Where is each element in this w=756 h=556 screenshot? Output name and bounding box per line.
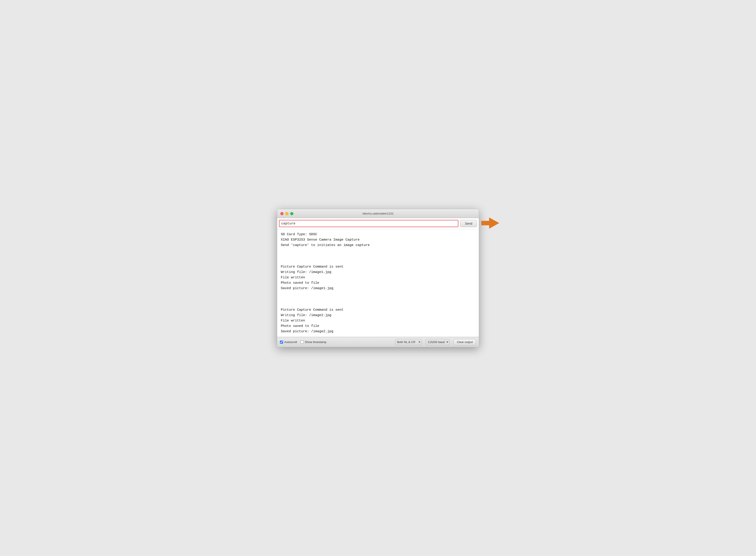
command-input[interactable] [279, 220, 458, 227]
output-line: SD Card Type: SDSC [281, 232, 475, 237]
output-blank [281, 291, 475, 297]
serial-monitor-window: /dev/cu.usbmodem1101 Send SD Card Type: … [277, 209, 479, 347]
output-line: Saved picture: /image2.jpg [281, 329, 475, 334]
close-button[interactable] [280, 212, 284, 215]
statusbar: Autoscroll Show timestamp No line ending… [277, 337, 479, 347]
output-line: XIAO ESP32S3 Sense Camera Image Capture [281, 237, 475, 243]
output-blank [281, 253, 475, 259]
output-line: File written [281, 318, 475, 323]
output-area[interactable]: SD Card Type: SDSC XIAO ESP32S3 Sense Ca… [277, 229, 479, 337]
input-row: Send [277, 218, 479, 229]
baud-rate-wrapper: 300 baud 1200 baud 2400 baud 4800 baud 9… [426, 339, 450, 345]
svg-marker-0 [481, 217, 499, 229]
output-blank [281, 302, 475, 307]
baud-rate-select[interactable]: 300 baud 1200 baud 2400 baud 4800 baud 9… [426, 339, 450, 345]
show-timestamp-label[interactable]: Show timestamp [301, 340, 326, 344]
minimize-button[interactable] [285, 212, 289, 215]
output-line: Photo saved to file [281, 280, 475, 286]
output-line: Photo saved to file [281, 323, 475, 329]
output-line: Picture Capture Command is sent [281, 264, 475, 270]
output-line: Send 'capture' to initiates an image cap… [281, 243, 475, 248]
output-line: Saved picture: /image1.jpg [281, 286, 475, 291]
output-line: File written [281, 275, 475, 280]
output-blank [281, 248, 475, 253]
line-ending-select[interactable]: No line ending Newline Carriage return B… [395, 339, 422, 345]
autoscroll-label[interactable]: Autoscroll [280, 340, 297, 344]
window-title: /dev/cu.usbmodem1101 [363, 212, 394, 215]
line-ending-wrapper: No line ending Newline Carriage return B… [395, 339, 422, 345]
output-line: Picture Capture Command is sent [281, 307, 475, 313]
autoscroll-checkbox[interactable] [280, 341, 283, 344]
autoscroll-text: Autoscroll [284, 340, 297, 344]
maximize-button[interactable] [290, 212, 293, 215]
output-blank [281, 259, 475, 264]
output-blank [281, 297, 475, 302]
send-button[interactable]: Send [460, 220, 477, 227]
traffic-lights [280, 212, 293, 215]
clear-output-button[interactable]: Clear output [453, 339, 476, 345]
show-timestamp-text: Show timestamp [305, 340, 326, 344]
output-line: Writing file: /image2.jpg [281, 313, 475, 318]
output-line: Writing file: /image1.jpg [281, 270, 475, 275]
arrow-indicator [481, 217, 499, 229]
titlebar: /dev/cu.usbmodem1101 [277, 209, 479, 218]
window-wrapper: /dev/cu.usbmodem1101 Send SD Card Type: … [277, 209, 479, 347]
show-timestamp-checkbox[interactable] [301, 341, 304, 344]
